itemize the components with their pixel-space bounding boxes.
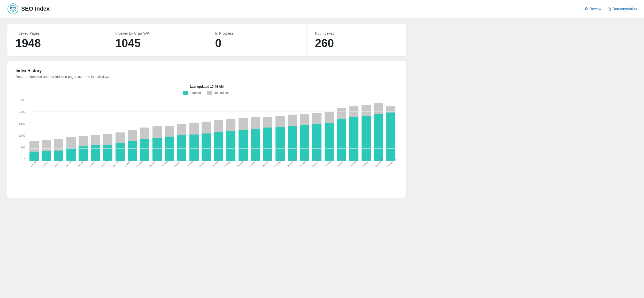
bar-stack <box>116 132 125 161</box>
bar-group <box>28 99 40 161</box>
bar-group <box>201 99 212 161</box>
bar-stack <box>263 117 272 161</box>
bar-stack <box>177 124 186 161</box>
legend-not-indexed: Not Indexed <box>207 91 231 95</box>
bar-group <box>127 99 138 161</box>
bar-stack <box>103 134 112 161</box>
bar-not-indexed <box>177 124 186 135</box>
svg-point-3 <box>13 7 15 8</box>
bar-indexed <box>214 132 223 161</box>
bar-not-indexed <box>29 141 39 151</box>
bar-indexed <box>239 130 248 161</box>
bar-not-indexed <box>189 123 199 135</box>
bar-group <box>176 99 187 161</box>
y-axis-label: 1,000 <box>16 135 27 137</box>
bar-indexed <box>325 123 334 161</box>
stat-in-progress-value: 0 <box>215 38 298 49</box>
legend-indexed: Indexed <box>183 91 201 95</box>
bar-not-indexed <box>239 118 248 130</box>
bars-area <box>27 99 398 161</box>
bar-not-indexed <box>66 137 76 148</box>
bar-stack <box>275 116 285 161</box>
legend-not-indexed-label: Not Indexed <box>214 91 231 95</box>
svg-point-2 <box>11 7 13 8</box>
bar-group <box>41 99 52 161</box>
bar-group <box>299 99 310 161</box>
bar-group <box>237 99 249 161</box>
chart-card: Index History Report of indexed and not-… <box>7 61 406 198</box>
bar-group <box>385 99 396 161</box>
bars-wrapper <box>27 99 398 161</box>
stat-indexed-pages-label: Indexed Pages <box>16 31 98 35</box>
bar-group <box>274 99 286 161</box>
app-header: SEO Index Review Documentation <box>0 0 644 18</box>
logo-area: SEO Index <box>7 3 50 14</box>
bar-stack <box>202 122 211 161</box>
bar-group <box>225 99 237 161</box>
bar-not-indexed <box>325 112 334 123</box>
bar-not-indexed <box>42 140 51 151</box>
star-icon <box>585 7 588 11</box>
bar-indexed <box>312 124 321 161</box>
bar-indexed <box>362 116 371 161</box>
bar-group <box>262 99 273 161</box>
bar-indexed <box>152 138 162 161</box>
chart-subtitle: Report of indexed and not-indexed pages … <box>16 75 398 79</box>
not-indexed-swatch <box>207 91 212 95</box>
bar-indexed <box>251 129 260 161</box>
bar-indexed <box>116 143 125 161</box>
bar-group <box>188 99 200 161</box>
document-icon <box>608 7 611 11</box>
bar-group <box>287 99 298 161</box>
bar-group <box>151 99 163 161</box>
bar-stack <box>239 118 248 161</box>
bar-not-indexed <box>374 103 383 114</box>
stats-card: Indexed Pages 1948 Indexed by CrawlWP 10… <box>7 24 406 56</box>
bar-stack <box>140 128 149 161</box>
main-content: Indexed Pages 1948 Indexed by CrawlWP 10… <box>0 18 413 204</box>
bar-not-indexed <box>214 120 223 132</box>
bar-indexed <box>202 133 211 161</box>
bar-stack <box>337 108 346 161</box>
bar-indexed <box>128 141 137 161</box>
stat-not-indexed-label: Not Indexed <box>315 31 398 35</box>
bar-indexed <box>386 113 395 161</box>
bar-stack <box>91 135 100 161</box>
bar-group <box>311 99 323 161</box>
y-axis-label: 500 <box>16 146 27 149</box>
bar-not-indexed <box>288 115 297 125</box>
header-actions: Review Documentation <box>585 7 637 11</box>
bar-not-indexed <box>116 132 125 143</box>
stat-indexed-by-crawlwp-label: Indexed by CrawlWP <box>115 31 198 35</box>
bar-not-indexed <box>140 128 149 139</box>
y-axis-label: 0 <box>16 158 27 161</box>
bar-indexed <box>165 137 174 161</box>
y-axis: 2,5002,0001,5001,0005000 <box>16 99 27 161</box>
bar-group <box>361 99 372 161</box>
bar-stack <box>312 113 321 161</box>
bar-stack <box>66 137 76 161</box>
bar-group <box>213 99 224 161</box>
stat-indexed-pages: Indexed Pages 1948 <box>7 24 107 56</box>
bar-stack <box>386 106 395 161</box>
app-logo-icon <box>7 3 19 14</box>
bar-indexed <box>288 126 297 161</box>
bar-stack <box>152 126 162 161</box>
bar-stack <box>128 130 137 161</box>
bar-not-indexed <box>263 117 272 128</box>
bar-group <box>324 99 335 161</box>
bar-indexed <box>263 128 272 161</box>
chart-legend: Indexed Not Indexed <box>16 91 398 95</box>
bar-group <box>373 99 384 161</box>
bar-group <box>250 99 261 161</box>
bar-not-indexed <box>103 134 112 145</box>
bar-stack <box>288 115 297 161</box>
bar-indexed <box>66 148 76 161</box>
bar-not-indexed <box>226 119 235 131</box>
bar-group <box>90 99 101 161</box>
bar-group <box>164 99 175 161</box>
bar-stack <box>300 114 309 161</box>
stat-not-indexed-value: 260 <box>315 38 398 49</box>
review-link[interactable]: Review <box>585 7 601 11</box>
documentation-link[interactable]: Documentation <box>608 7 637 11</box>
